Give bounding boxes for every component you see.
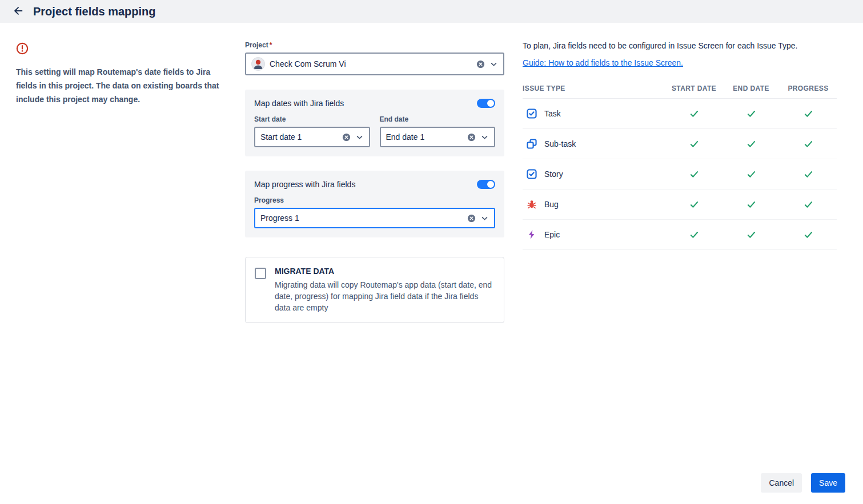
end-date-select-value: End date 1 (386, 132, 463, 142)
check-icon (780, 139, 837, 149)
check-icon (665, 139, 722, 149)
progress-select[interactable]: Progress 1 (254, 208, 495, 228)
project-select[interactable]: Check Com Scrum Vi (245, 53, 504, 75)
check-icon (665, 200, 722, 209)
project-label-text: Project (245, 41, 268, 49)
mapping-form: Project* Check Com Scrum Vi Map dates wi… (245, 41, 504, 323)
start-date-label: Start date (254, 115, 370, 123)
note-text: This setting will map Routemap's date fi… (16, 65, 228, 106)
col-end-date: END DATE (722, 84, 780, 92)
map-progress-card: Map progress with Jira fields Progress P… (245, 171, 504, 237)
required-asterisk: * (270, 41, 272, 49)
check-icon (722, 170, 780, 179)
clear-icon[interactable] (342, 133, 351, 142)
issue-type-table: ISSUE TYPE START DATE END DATE PROGRESS … (523, 78, 837, 250)
progress-field: Progress Progress 1 (254, 196, 495, 228)
project-field: Project* Check Com Scrum Vi (245, 41, 504, 75)
issue-screen-intro: To plan, Jira fields need to be configur… (523, 40, 837, 51)
migrate-data-title: MIGRATE DATA (275, 267, 495, 276)
project-avatar (251, 57, 265, 71)
map-dates-card-header: Map dates with Jira fields (254, 99, 495, 108)
table-row: Epic (523, 220, 837, 250)
toggle-knob (487, 100, 494, 107)
map-progress-toggle[interactable] (477, 180, 495, 189)
arrow-left-icon (12, 5, 25, 19)
progress-label: Progress (254, 196, 495, 204)
check-icon (780, 170, 837, 179)
map-progress-card-header: Map progress with Jira fields (254, 180, 495, 189)
chevron-down-icon (489, 60, 498, 68)
progress-select-value: Progress 1 (260, 213, 463, 223)
footer-actions: Cancel Save (761, 473, 845, 493)
table-row: Bug (523, 189, 837, 220)
issue-type-label: Bug (544, 200, 559, 209)
error-icon (16, 42, 228, 57)
back-button[interactable] (11, 5, 25, 18)
start-date-field: Start date Start date 1 (254, 115, 370, 147)
map-dates-title: Map dates with Jira fields (254, 99, 344, 108)
col-issue-type: ISSUE TYPE (523, 84, 665, 92)
map-dates-toggle[interactable] (477, 99, 495, 108)
check-icon (665, 109, 722, 119)
start-date-select[interactable]: Start date 1 (254, 127, 370, 147)
end-date-field: End date End date 1 (380, 115, 496, 147)
end-date-select[interactable]: End date 1 (380, 127, 496, 147)
table-row: Sub-task (523, 129, 837, 159)
migrate-data-description: Migrating data will copy Routemap's app … (275, 279, 495, 313)
project-select-value: Check Com Scrum Vi (270, 59, 472, 68)
table-row: Task (523, 99, 837, 129)
col-start-date: START DATE (665, 84, 722, 92)
issue-type-label: Task (544, 109, 561, 118)
guide-link[interactable]: Guide: How to add fields to the Issue Sc… (523, 58, 683, 67)
chevron-down-icon (480, 214, 489, 223)
epic-icon (526, 229, 537, 240)
task-icon (526, 108, 537, 119)
cancel-button[interactable]: Cancel (761, 473, 802, 493)
chevron-down-icon (480, 133, 489, 142)
subtask-icon (526, 138, 537, 150)
table-row: Story (523, 159, 837, 189)
app-root: Project fields mapping This setting will… (0, 0, 863, 504)
clear-icon[interactable] (467, 214, 476, 223)
check-icon (722, 200, 780, 209)
bug-icon (526, 199, 537, 210)
issue-type-label: Sub-task (544, 139, 576, 148)
map-dates-card: Map dates with Jira fields Start date St… (245, 90, 504, 156)
check-icon (780, 230, 837, 240)
check-icon (722, 230, 780, 240)
save-button[interactable]: Save (811, 473, 845, 493)
migrate-data-content: MIGRATE DATA Migrating data will copy Ro… (275, 267, 495, 313)
chevron-down-icon (355, 133, 364, 142)
issue-screen-panel: To plan, Jira fields need to be configur… (523, 40, 837, 250)
story-icon (526, 168, 537, 180)
check-icon (722, 109, 780, 119)
toggle-knob (487, 181, 494, 188)
migrate-data-checkbox[interactable] (255, 268, 266, 279)
issue-type-label: Story (544, 170, 563, 179)
check-icon (665, 230, 722, 240)
issue-type-label: Epic (544, 230, 560, 239)
date-fields-row: Start date Start date 1 End date (254, 115, 495, 147)
clear-icon[interactable] (476, 60, 485, 68)
page-header: Project fields mapping (0, 0, 863, 23)
page-title: Project fields mapping (33, 5, 155, 18)
clear-icon[interactable] (467, 133, 476, 142)
map-progress-title: Map progress with Jira fields (254, 180, 355, 189)
check-icon (780, 200, 837, 209)
col-progress: PROGRESS (780, 84, 837, 92)
check-icon (722, 139, 780, 149)
mapping-note: This setting will map Routemap's date fi… (16, 42, 228, 106)
project-label: Project* (245, 41, 504, 49)
check-icon (665, 170, 722, 179)
table-header-row: ISSUE TYPE START DATE END DATE PROGRESS (523, 78, 837, 99)
start-date-select-value: Start date 1 (260, 132, 338, 142)
migrate-data-card: MIGRATE DATA Migrating data will copy Ro… (245, 257, 504, 323)
end-date-label: End date (380, 115, 496, 123)
check-icon (780, 109, 837, 119)
